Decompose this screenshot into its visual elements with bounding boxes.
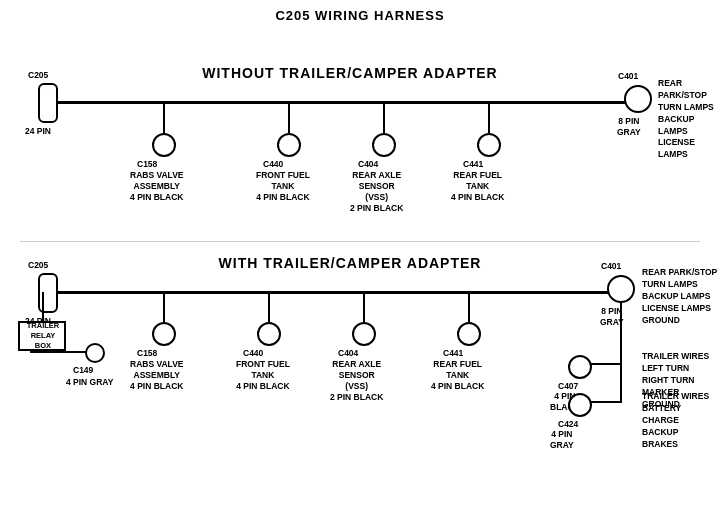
section1-main-wire <box>55 101 635 104</box>
section1-c158-connector <box>152 133 176 157</box>
section1-c441-wire-v <box>488 103 490 133</box>
section1-c158-label: C158 <box>137 159 157 170</box>
section2-c424-pin: 4 PINGRAY <box>550 429 574 451</box>
section1-c440-label: C440 <box>263 159 283 170</box>
section2-c149-desc: 4 PIN GRAY <box>66 377 113 388</box>
section2-c440-label: C440 <box>243 348 263 359</box>
section2-right-branch-v <box>620 302 622 402</box>
section1-c404-label: C404 <box>358 159 378 170</box>
section2-c401-desc: REAR PARK/STOPTURN LAMPSBACKUP LAMPSLICE… <box>642 267 717 326</box>
section2-c407-connector <box>568 355 592 379</box>
section2-c424-connector <box>568 393 592 417</box>
diagram-container: WITHOUT TRAILER/CAMPER ADAPTER C205 24 P… <box>0 23 720 513</box>
section1-c440-desc: FRONT FUELTANK4 PIN BLACK <box>256 170 310 203</box>
section1-c158-wire-v <box>163 103 165 133</box>
section1-24pin-label: 24 PIN <box>25 126 51 137</box>
section2-c424-desc: TRAILER WIRESBATTERY CHARGEBACKUPBRAKES <box>642 391 720 450</box>
section2-c440-desc: FRONT FUELTANK4 PIN BLACK <box>236 359 290 392</box>
section2-c158-connector <box>152 322 176 346</box>
section1-c440-connector <box>277 133 301 157</box>
section2-c149-wire-h <box>30 351 90 353</box>
section2-c149-connector <box>85 343 105 363</box>
section1-c441-desc: REAR FUELTANK4 PIN BLACK <box>451 170 504 203</box>
section2-relay-wire-v <box>42 292 44 321</box>
section2-c158-desc: RABS VALVEASSEMBLY4 PIN BLACK <box>130 359 184 392</box>
divider <box>20 241 700 242</box>
section1-c205-label: C205 <box>28 70 48 81</box>
section2-c440-connector <box>257 322 281 346</box>
section1-c404-desc: REAR AXLESENSOR(VSS)2 PIN BLACK <box>350 170 403 214</box>
section2-c149-label: C149 <box>73 365 93 376</box>
section1-c401-label: C401 <box>618 71 638 82</box>
section2-c401-label: C401 <box>601 261 621 272</box>
section2-main-wire <box>55 291 620 294</box>
section2-c424-wire-h <box>590 401 622 403</box>
section1-c401-desc: REAR PARK/STOPTURN LAMPSBACKUP LAMPSLICE… <box>658 78 720 161</box>
section2-c404-connector <box>352 322 376 346</box>
section1-right-connector <box>624 85 652 113</box>
section2-c158-wire-v <box>163 292 165 322</box>
section2-label: WITH TRAILER/CAMPER ADAPTER <box>150 255 550 271</box>
section2-c440-wire-v <box>268 292 270 322</box>
section2-c441-connector <box>457 322 481 346</box>
page-title: C205 WIRING HARNESS <box>0 0 720 23</box>
trailer-relay-box-label: TRAILERRELAYBOX <box>17 321 69 350</box>
section2-c441-label: C441 <box>443 348 463 359</box>
section1-c441-connector <box>477 133 501 157</box>
section2-c441-wire-v <box>468 292 470 322</box>
section1-c404-wire-v <box>383 103 385 133</box>
section2-c407-wire-h <box>590 363 622 365</box>
section2-c158-label: C158 <box>137 348 157 359</box>
section1-8pin-label: 8 PINGRAY <box>617 116 641 138</box>
section2-c205-label: C205 <box>28 260 48 271</box>
section1-c158-desc: RABS VALVEASSEMBLY4 PIN BLACK <box>130 170 184 203</box>
section1-c404-connector <box>372 133 396 157</box>
section2-right-connector <box>607 275 635 303</box>
section1-c440-wire-v <box>288 103 290 133</box>
section1-left-connector <box>38 83 58 123</box>
section1-c441-label: C441 <box>463 159 483 170</box>
section2-c404-desc: REAR AXLESENSOR(VSS)2 PIN BLACK <box>330 359 383 403</box>
section2-c404-label: C404 <box>338 348 358 359</box>
section2-left-connector <box>38 273 58 313</box>
section2-c404-wire-v <box>363 292 365 322</box>
section1-label: WITHOUT TRAILER/CAMPER ADAPTER <box>150 65 550 81</box>
section2-c441-desc: REAR FUELTANK4 PIN BLACK <box>431 359 484 392</box>
